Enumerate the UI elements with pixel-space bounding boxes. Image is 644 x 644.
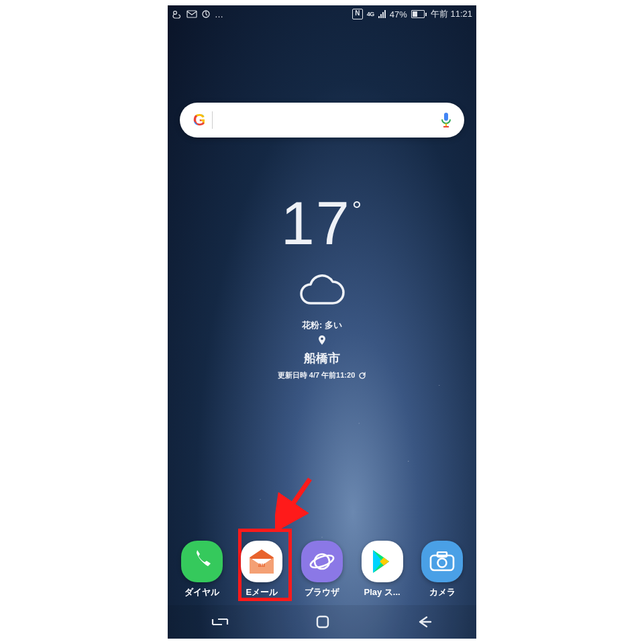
app-label: Play ス... [364,586,400,598]
phone-icon [191,550,213,573]
voice-search-icon[interactable] [440,112,452,128]
app-label: Eメール [246,586,278,598]
app-dialer[interactable]: ダイヤル [174,541,230,598]
svg-point-13 [438,559,447,568]
home-screen[interactable]: … N 4G 47% 午前 11:21 G [168,5,476,639]
mail-status-icon [186,10,197,18]
svg-point-6 [321,337,323,340]
network-type: 4G [367,11,374,17]
dock: ダイヤル au Eメール [168,541,476,598]
weather-status-icon [172,9,182,19]
cloud-icon [296,270,348,305]
app-play-store[interactable]: Play ス... [354,541,411,598]
mail-icon: au [247,548,276,575]
play-store-icon [370,549,394,574]
clock: 午前 11:21 [431,8,472,20]
annotation-arrow [275,475,315,531]
navigation-bar [168,605,476,639]
svg-rect-14 [317,616,328,627]
app-label: ダイヤル [184,586,219,598]
more-notifications-icon: … [215,9,225,19]
app-camera[interactable]: カメラ [414,541,470,598]
google-search-bar[interactable]: G [180,103,464,138]
app-label: ブラウザ [305,586,339,598]
app-email[interactable]: au Eメール [233,541,290,598]
home-button[interactable] [315,614,330,629]
google-logo-icon: G [192,111,207,129]
search-caret [212,111,213,129]
location-city: 船橋市 [304,350,340,366]
last-updated: 更新日時 4/7 午前11:20 [278,370,367,380]
refresh-icon[interactable] [358,372,366,380]
recents-button[interactable] [211,615,229,629]
signal-icon [378,10,386,18]
location-pin-icon [318,335,326,347]
svg-rect-12 [437,552,447,557]
svg-line-7 [280,479,310,522]
svg-rect-3 [444,113,448,121]
svg-text:au: au [258,561,266,568]
battery-pct: 47% [390,9,407,19]
nfc-icon: N [352,9,363,19]
weather-widget[interactable]: 17° 花粉: 多い 船橋市 更新日時 4/7 午前11:20 [168,193,476,380]
sync-status-icon [201,9,211,19]
back-button[interactable] [416,615,433,629]
pollen-text: 花粉: 多い [302,319,342,331]
planet-icon [309,549,335,574]
status-bar: … N 4G 47% 午前 11:21 [168,5,476,23]
app-browser[interactable]: ブラウザ [294,541,350,598]
temperature: 17° [281,193,364,254]
app-label: カメラ [429,586,455,598]
battery-icon [411,10,427,18]
camera-icon [429,551,455,572]
svg-rect-1 [187,11,197,17]
svg-rect-5 [443,126,449,127]
svg-point-10 [309,553,335,570]
